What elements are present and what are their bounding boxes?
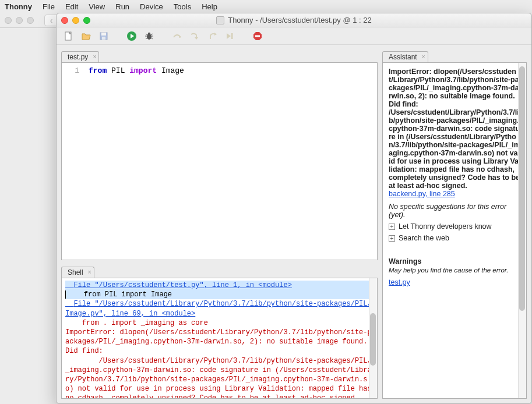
assistant-action-report[interactable]: + Let Thonny developers know: [389, 222, 520, 231]
svg-rect-15: [255, 35, 260, 37]
document-proxy-icon: [216, 16, 224, 24]
code-area[interactable]: from PIL import Image: [84, 63, 377, 260]
open-file-button[interactable]: [80, 30, 93, 42]
bg-zoom-icon[interactable]: [27, 17, 34, 24]
run-button[interactable]: [125, 30, 138, 42]
minimize-window-icon[interactable]: [72, 17, 79, 24]
svg-line-11: [146, 38, 147, 39]
step-out-button[interactable]: [206, 30, 219, 42]
assistant-backend-link[interactable]: backend.py, line 285: [389, 190, 455, 198]
debug-button[interactable]: [143, 30, 156, 42]
close-shell-tab-icon[interactable]: ×: [88, 269, 91, 275]
bg-minimize-icon[interactable]: [16, 17, 23, 24]
svg-line-9: [146, 34, 147, 35]
svg-rect-13: [231, 33, 233, 39]
assistant-body-container: ImportError: dlopen(/Users/csstudent/Lib…: [382, 62, 527, 399]
menu-device[interactable]: Device: [140, 2, 163, 11]
assistant-tab-label: Assistant: [389, 53, 417, 61]
assistant-no-suggestions: No specific suggestions for this error (…: [389, 203, 520, 219]
thonny-window: Thonny - /Users/csstudent/test.py @ 1 : …: [56, 13, 532, 404]
menu-app-name[interactable]: Thonny: [5, 2, 32, 11]
shell-body-container: File "/Users/csstudent/test.py", line 1,…: [61, 278, 378, 399]
menu-view[interactable]: View: [89, 2, 105, 11]
shell-line: from PIL import Image: [65, 290, 374, 299]
step-over-button[interactable]: [171, 30, 184, 42]
resume-button[interactable]: [223, 30, 236, 42]
warnings-heading: Warnings: [389, 257, 520, 265]
window-title: Thonny - /Users/csstudent/test.py @ 1 : …: [57, 16, 531, 24]
svg-point-6: [148, 32, 150, 34]
mac-menubar: Thonny File Edit View Run Device Tools H…: [0, 0, 532, 13]
menu-edit[interactable]: Edit: [65, 2, 78, 11]
close-window-icon[interactable]: [61, 17, 68, 24]
save-button[interactable]: [97, 30, 110, 42]
assistant-error-text: ImportError: dlopen(/Users/csstudent/Lib…: [389, 68, 520, 190]
menu-file[interactable]: File: [43, 2, 55, 11]
svg-rect-2: [101, 33, 106, 36]
traffic-lights: [61, 17, 90, 24]
shell-line[interactable]: File "/Users/csstudent/Library/Python/3.…: [65, 299, 374, 318]
editor-tab-label: test.py: [68, 53, 88, 61]
assistant-column: Assistant × ImportError: dlopen(/Users/c…: [382, 49, 527, 399]
editor-tab[interactable]: test.py ×: [61, 51, 99, 62]
close-tab-icon[interactable]: ×: [93, 54, 97, 60]
assistant-content[interactable]: ImportError: dlopen(/Users/csstudent/Lib…: [383, 63, 526, 398]
svg-rect-3: [102, 37, 105, 40]
main-area: test.py × 1 from PIL import Image Shell …: [57, 45, 531, 403]
stop-button[interactable]: [251, 30, 264, 42]
shell-tab-label: Shell: [68, 268, 83, 277]
warnings-subtext: May help you find the cause of the error…: [389, 267, 520, 274]
editor-pane: test.py × 1 from PIL import Image: [61, 49, 378, 260]
shell-tab[interactable]: Shell ×: [61, 267, 94, 278]
zoom-window-icon[interactable]: [83, 17, 90, 24]
assistant-scrollbar[interactable]: [518, 63, 526, 398]
shell-line: from . import _imaging as core: [65, 318, 374, 328]
menu-run[interactable]: Run: [115, 2, 129, 11]
bg-close-icon[interactable]: [5, 17, 12, 24]
assistant-action-search[interactable]: + Search the web: [389, 234, 520, 242]
close-assistant-tab-icon[interactable]: ×: [422, 54, 425, 60]
menu-tools[interactable]: Tools: [174, 2, 191, 11]
shell-output[interactable]: File "/Users/csstudent/test.py", line 1,…: [62, 278, 377, 398]
shell-scrollbar[interactable]: [369, 278, 377, 398]
toolbar: [57, 27, 531, 45]
warning-file-link[interactable]: test.py: [389, 278, 410, 286]
svg-line-10: [151, 34, 153, 35]
shell-line: /Users/csstudent/Library/Python/3.7/lib/…: [65, 356, 374, 399]
expand-icon[interactable]: +: [389, 235, 395, 242]
expand-icon[interactable]: +: [389, 224, 395, 230]
step-into-button[interactable]: [188, 30, 201, 42]
menu-help[interactable]: Help: [202, 2, 217, 11]
thonny-titlebar[interactable]: Thonny - /Users/csstudent/test.py @ 1 : …: [57, 13, 531, 27]
svg-line-12: [151, 38, 153, 39]
new-file-button[interactable]: [62, 30, 75, 42]
assistant-tab[interactable]: Assistant ×: [382, 51, 428, 62]
shell-line: ImportError: dlopen(/Users/csstudent/Lib…: [65, 328, 374, 356]
bg-traffic-lights: [5, 17, 34, 24]
editor-body[interactable]: 1 from PIL import Image: [61, 62, 378, 260]
shell-pane: Shell × File "/Users/csstudent/test.py",…: [61, 265, 378, 399]
left-column: test.py × 1 from PIL import Image Shell …: [61, 49, 378, 399]
editor-gutter: 1: [62, 63, 84, 260]
shell-line[interactable]: File "/Users/csstudent/test.py", line 1,…: [65, 281, 374, 290]
